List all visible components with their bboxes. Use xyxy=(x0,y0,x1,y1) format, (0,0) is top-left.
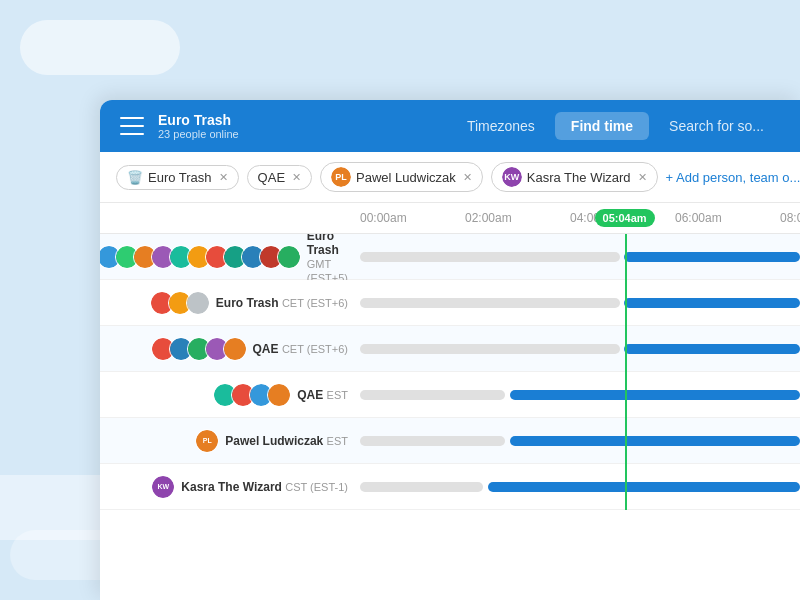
tag-pawel[interactable]: PL Pawel Ludwiczak ✕ xyxy=(320,162,483,192)
timeline-container: 00:00am 02:00am 04:00am 06:00am 08:00am … xyxy=(100,203,800,510)
av-12 xyxy=(277,245,301,269)
row-name-euro-trash-gmt: Euro Trash GMT (EST+5) xyxy=(307,234,348,285)
row-name-pawel: Pawel Ludwiczak EST xyxy=(225,434,348,448)
nav-search[interactable]: Search for so... xyxy=(653,112,780,140)
av-pawel-1: PL xyxy=(195,429,219,453)
hamburger-menu-icon[interactable] xyxy=(120,117,144,135)
row-timeline-euro-trash-gmt xyxy=(360,234,800,279)
pawel-avatar: PL xyxy=(331,167,351,187)
row-label-qae-cet: QAE CET (EST+6) xyxy=(100,337,360,361)
row-label-euro-trash-cet: Euro Trash CET (EST+6) xyxy=(100,291,360,315)
tag-euro-trash-close[interactable]: ✕ xyxy=(219,171,228,184)
nav-find-time[interactable]: Find time xyxy=(555,112,649,140)
bar-gray-2 xyxy=(360,298,620,308)
current-time-line xyxy=(625,234,627,510)
av-qe-4 xyxy=(267,383,291,407)
row-timeline-qae-est xyxy=(360,372,800,417)
tag-kasra-label: Kasra The Wizard xyxy=(527,170,631,185)
avatar-stack-qae-cet xyxy=(151,337,247,361)
avatar-stack-euro-trash-cet xyxy=(150,291,210,315)
row-timeline-euro-trash-cet xyxy=(360,280,800,325)
header-subtitle: 23 people online xyxy=(158,128,451,140)
avatar-stack-qae-est xyxy=(213,383,291,407)
time-label-1: 02:00am xyxy=(465,211,570,225)
tag-qae-close[interactable]: ✕ xyxy=(292,171,301,184)
row-timeline-kasra xyxy=(360,464,800,509)
row-name-qae-cet: QAE CET (EST+6) xyxy=(253,342,348,356)
header: Euro Trash 23 people online Timezones Fi… xyxy=(100,100,800,152)
tag-qae[interactable]: QAE ✕ xyxy=(247,165,312,190)
time-label-3: 06:00am xyxy=(675,211,780,225)
tag-kasra[interactable]: KW Kasra The Wizard ✕ xyxy=(491,162,658,192)
bar-gray-6 xyxy=(360,482,483,492)
tag-euro-trash-label: Euro Trash xyxy=(148,170,212,185)
row-qae-cet: QAE CET (EST+6) xyxy=(100,326,800,372)
row-label-qae-est: QAE EST xyxy=(100,383,360,407)
tag-euro-trash[interactable]: 🗑️ Euro Trash ✕ xyxy=(116,165,239,190)
trash-icon: 🗑️ xyxy=(127,170,143,185)
bar-gray-4 xyxy=(360,390,505,400)
tag-kasra-close[interactable]: ✕ xyxy=(638,171,647,184)
row-label-pawel: PL Pawel Ludwiczak EST xyxy=(100,429,360,453)
row-timeline-pawel xyxy=(360,418,800,463)
time-labels: 00:00am 02:00am 04:00am 06:00am 08:00am … xyxy=(360,211,800,225)
row-label-kasra: KW Kasra The Wizard CST (EST-1) xyxy=(100,475,360,499)
header-title-group: Euro Trash 23 people online xyxy=(158,112,451,141)
avatar-stack-pawel: PL xyxy=(195,429,219,453)
row-name-qae-est: QAE EST xyxy=(297,388,348,402)
bar-blue-3 xyxy=(624,344,800,354)
time-header: 00:00am 02:00am 04:00am 06:00am 08:00am … xyxy=(100,203,800,234)
kasra-avatar: KW xyxy=(502,167,522,187)
row-kasra-cst: KW Kasra The Wizard CST (EST-1) xyxy=(100,464,800,510)
bar-blue-4 xyxy=(510,390,800,400)
row-name-euro-trash-cet: Euro Trash CET (EST+6) xyxy=(216,296,348,310)
av-kasra-1: KW xyxy=(151,475,175,499)
bar-blue-6 xyxy=(488,482,800,492)
tag-bar: 🗑️ Euro Trash ✕ QAE ✕ PL Pawel Ludwiczak… xyxy=(100,152,800,203)
tag-pawel-label: Pawel Ludwiczak xyxy=(356,170,456,185)
tag-pawel-close[interactable]: ✕ xyxy=(463,171,472,184)
app-container: Euro Trash 23 people online Timezones Fi… xyxy=(100,100,800,600)
av-cet-3 xyxy=(186,291,210,315)
row-timeline-qae-cet xyxy=(360,326,800,371)
add-person-button[interactable]: + Add person, team o... xyxy=(666,170,800,185)
avatar-stack-euro-trash-gmt xyxy=(100,245,301,269)
rows-container: Euro Trash GMT (EST+5) Euro Trash CET (E… xyxy=(100,234,800,510)
av-qae-5 xyxy=(223,337,247,361)
header-title: Euro Trash xyxy=(158,112,451,129)
bar-blue-5 xyxy=(510,436,800,446)
nav-timezones[interactable]: Timezones xyxy=(451,112,551,140)
bar-gray-1 xyxy=(360,252,620,262)
current-time-pill: 05:04am xyxy=(595,209,655,227)
row-euro-trash-gmt: Euro Trash GMT (EST+5) xyxy=(100,234,800,280)
bg-oval-top-left xyxy=(20,20,180,75)
header-nav: Timezones Find time Search for so... xyxy=(451,112,780,140)
tag-qae-label: QAE xyxy=(258,170,285,185)
bar-gray-5 xyxy=(360,436,505,446)
time-label-4: 08:00am xyxy=(780,211,800,225)
row-qae-est: QAE EST xyxy=(100,372,800,418)
bar-blue-2 xyxy=(624,298,800,308)
row-label-euro-trash-gmt: Euro Trash GMT (EST+5) xyxy=(100,234,360,285)
avatar-stack-kasra: KW xyxy=(151,475,175,499)
time-label-0: 00:00am xyxy=(360,211,465,225)
row-name-kasra: Kasra The Wizard CST (EST-1) xyxy=(181,480,348,494)
bar-gray-3 xyxy=(360,344,620,354)
row-pawel-est: PL Pawel Ludwiczak EST xyxy=(100,418,800,464)
row-euro-trash-cet: Euro Trash CET (EST+6) xyxy=(100,280,800,326)
bar-blue-1 xyxy=(624,252,800,262)
